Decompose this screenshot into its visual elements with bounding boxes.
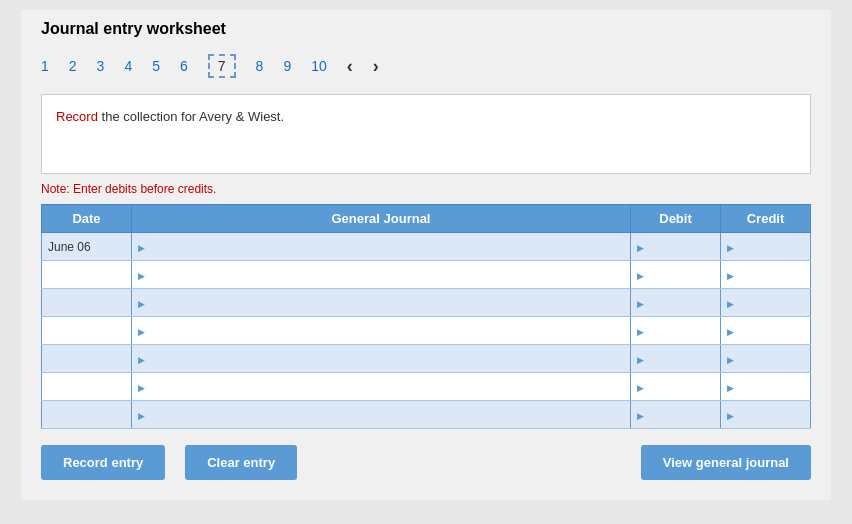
cell-date-3[interactable] — [42, 317, 132, 345]
table-row — [42, 289, 811, 317]
cell-debit-2[interactable] — [631, 289, 721, 317]
cell-journal-3[interactable] — [132, 317, 631, 345]
page-7[interactable]: 7 — [208, 54, 236, 78]
page-6[interactable]: 6 — [180, 58, 188, 74]
pagination: 12345678910‹ › — [41, 50, 811, 82]
cell-credit-2[interactable] — [721, 289, 811, 317]
page-title: Journal entry worksheet — [41, 20, 811, 38]
page-1[interactable]: 1 — [41, 58, 49, 74]
page-5[interactable]: 5 — [152, 58, 160, 74]
next-arrow[interactable]: › — [373, 56, 379, 77]
cell-debit-1[interactable] — [631, 261, 721, 289]
instruction-box: Record the collection for Avery & Wiest. — [41, 94, 811, 174]
cell-debit-6[interactable] — [631, 401, 721, 429]
page-4[interactable]: 4 — [124, 58, 132, 74]
cell-credit-5[interactable] — [721, 373, 811, 401]
page-2[interactable]: 2 — [69, 58, 77, 74]
cell-debit-3[interactable] — [631, 317, 721, 345]
cell-date-1[interactable] — [42, 261, 132, 289]
page-8[interactable]: 8 — [256, 58, 264, 74]
table-row — [42, 373, 811, 401]
cell-credit-0[interactable] — [721, 233, 811, 261]
button-bar: Record entry Clear entry View general jo… — [41, 445, 811, 480]
cell-date-5[interactable] — [42, 373, 132, 401]
cell-date-0[interactable]: June 06 — [42, 233, 132, 261]
cell-credit-3[interactable] — [721, 317, 811, 345]
col-date: Date — [42, 205, 132, 233]
page-3[interactable]: 3 — [97, 58, 105, 74]
cell-journal-6[interactable] — [132, 401, 631, 429]
prev-arrow[interactable]: ‹ — [347, 56, 353, 77]
cell-debit-5[interactable] — [631, 373, 721, 401]
col-debit: Debit — [631, 205, 721, 233]
cell-journal-2[interactable] — [132, 289, 631, 317]
cell-date-4[interactable] — [42, 345, 132, 373]
instruction-record: Record — [56, 109, 98, 124]
table-row — [42, 317, 811, 345]
col-credit: Credit — [721, 205, 811, 233]
table-row: June 06 — [42, 233, 811, 261]
page-9[interactable]: 9 — [283, 58, 291, 74]
cell-journal-0[interactable] — [132, 233, 631, 261]
cell-journal-4[interactable] — [132, 345, 631, 373]
record-entry-button[interactable]: Record entry — [41, 445, 165, 480]
cell-credit-6[interactable] — [721, 401, 811, 429]
note-text: Note: Enter debits before credits. — [41, 182, 811, 196]
cell-debit-0[interactable] — [631, 233, 721, 261]
col-journal: General Journal — [132, 205, 631, 233]
view-general-journal-button[interactable]: View general journal — [641, 445, 811, 480]
journal-table: Date General Journal Debit Credit June 0… — [41, 204, 811, 429]
clear-entry-button[interactable]: Clear entry — [185, 445, 297, 480]
page-10[interactable]: 10 — [311, 58, 327, 74]
cell-debit-4[interactable] — [631, 345, 721, 373]
table-row — [42, 261, 811, 289]
cell-credit-4[interactable] — [721, 345, 811, 373]
cell-journal-1[interactable] — [132, 261, 631, 289]
table-row — [42, 401, 811, 429]
cell-credit-1[interactable] — [721, 261, 811, 289]
cell-date-2[interactable] — [42, 289, 132, 317]
table-row — [42, 345, 811, 373]
cell-journal-5[interactable] — [132, 373, 631, 401]
main-container: Journal entry worksheet 12345678910‹ › R… — [21, 10, 831, 500]
instruction-text: Record the collection for Avery & Wiest. — [56, 109, 284, 124]
cell-date-6[interactable] — [42, 401, 132, 429]
table-header-row: Date General Journal Debit Credit — [42, 205, 811, 233]
